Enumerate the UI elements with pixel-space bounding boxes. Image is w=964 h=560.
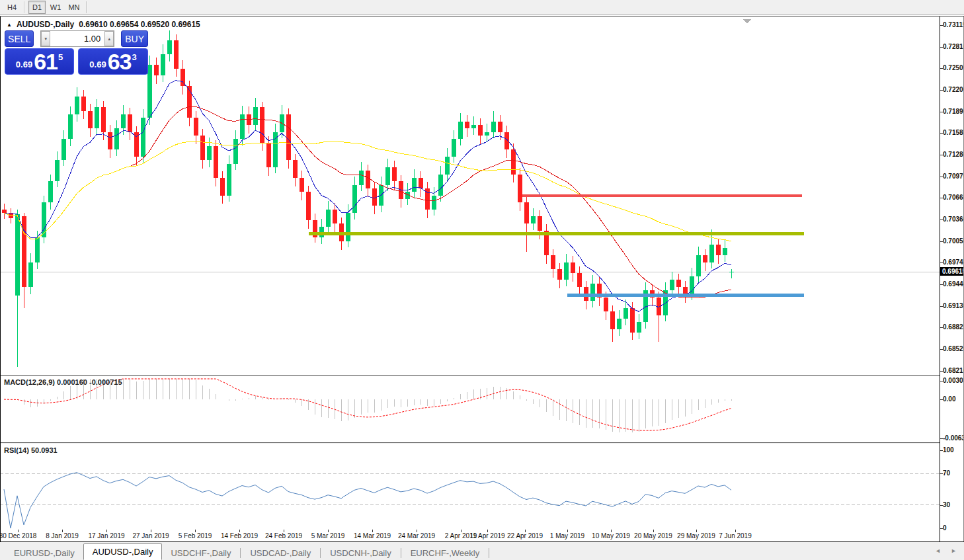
candle — [676, 280, 681, 287]
date-axis[interactable]: 30 Dec 20188 Jan 201917 Jan 201927 Jan 2… — [0, 530, 940, 541]
rsi-axis-label: 100 — [943, 446, 954, 454]
candle — [306, 192, 311, 220]
candle — [531, 216, 536, 223]
candle — [88, 111, 93, 129]
level-line-pivot-olive[interactable] — [309, 232, 804, 235]
candle — [630, 308, 635, 333]
candle — [690, 276, 694, 294]
candle — [55, 160, 60, 181]
tab-usdchf-daily[interactable]: USDCHF-,Daily — [162, 546, 239, 560]
level-line-resistance-red[interactable] — [522, 194, 802, 197]
macd-indicator-label: MACD(12,26,9) 0.000160 -0.000715 — [4, 378, 122, 386]
candle — [366, 171, 370, 188]
price-axis-label: 0.72810 — [943, 43, 964, 50]
price-axis-label: 0.69130 — [943, 302, 964, 309]
candle — [141, 118, 145, 157]
candle — [114, 128, 119, 149]
tab-separator — [320, 548, 321, 558]
price-axis[interactable]: 0.69615 0.731150.728100.725050.722000.71… — [940, 17, 964, 530]
candle — [465, 122, 469, 129]
ma-mid-line — [4, 106, 731, 298]
tab-usdcad-daily[interactable]: USDCAD-,Daily — [241, 546, 319, 560]
candle — [75, 97, 79, 114]
rsi-chart-canvas[interactable] — [0, 444, 940, 529]
tab-eurchf-weekly[interactable]: EURCHF-,Weekly — [402, 546, 489, 560]
volume-increase-icon[interactable]: ▲ — [104, 31, 114, 46]
buy-button[interactable]: BUY — [121, 30, 148, 47]
rsi-axis-label: 70 — [943, 469, 950, 477]
price-axis-label: 0.68520 — [943, 345, 964, 352]
candle — [95, 107, 99, 128]
timeframe-button-h4[interactable]: H4 — [3, 1, 20, 14]
price-axis-label: 0.70050 — [943, 237, 964, 245]
price-axis-label: 0.69440 — [943, 280, 964, 288]
sell-price-button[interactable]: 0.69 61 5 — [5, 48, 74, 75]
candle — [577, 273, 582, 287]
price-axis-label: 0.70360 — [943, 216, 964, 223]
macd-chart-canvas[interactable] — [0, 376, 940, 442]
buy-price-button[interactable]: 0.69 63 3 — [78, 48, 148, 75]
candle — [346, 213, 350, 241]
timeframe-button-w1[interactable]: W1 — [47, 1, 64, 14]
candle — [154, 65, 159, 75]
candle — [42, 202, 46, 237]
date-label: 29 May 2019 — [677, 532, 715, 540]
price-axis-label: 0.70665 — [943, 194, 964, 201]
candle — [504, 132, 509, 150]
chart-collapse-icon[interactable]: ▲ — [7, 22, 12, 28]
sell-price-prefix: 0.69 — [16, 60, 32, 69]
candle — [604, 298, 608, 311]
candle — [617, 319, 622, 329]
date-label: 5 Feb 2019 — [179, 532, 212, 540]
date-label: 7 Jun 2019 — [719, 532, 752, 540]
axis-divider — [940, 17, 940, 542]
candle — [300, 178, 304, 192]
buy-price-prefix: 0.69 — [89, 60, 106, 69]
candle — [419, 178, 423, 188]
candle — [28, 262, 33, 287]
candle — [174, 40, 179, 69]
symbol-name: AUDUSD-,Daily — [17, 20, 74, 29]
rsi-axis-label: 30 — [943, 501, 950, 508]
macd-axis-label: 0.003035 — [943, 377, 964, 384]
scroll-to-end-marker[interactable] — [743, 19, 751, 24]
window-border — [0, 17, 1, 542]
price-axis-label: 0.72200 — [943, 86, 964, 93]
price-axis-label: 0.73115 — [943, 21, 964, 28]
tab-eurusd-daily[interactable]: EURUSD-,Daily — [5, 546, 83, 560]
date-label: 20 May 2019 — [634, 532, 672, 540]
candle — [511, 149, 516, 174]
candle — [518, 175, 522, 203]
sell-button[interactable]: SELL — [5, 30, 34, 47]
candle — [392, 167, 397, 181]
tab-usdcnh-daily[interactable]: USDCNH-,Daily — [321, 546, 399, 560]
date-label: 17 Jan 2019 — [88, 532, 124, 540]
volume-decrease-icon[interactable]: ▼ — [41, 31, 50, 46]
level-line-support-blue[interactable] — [567, 294, 804, 297]
tab-scroll-right-icon[interactable]: ► — [951, 547, 957, 554]
rsi-indicator-label: RSI(14) 50.0931 — [4, 446, 58, 454]
price-axis-label: 0.71890 — [943, 108, 964, 115]
candle — [703, 255, 707, 262]
candle — [610, 311, 615, 329]
candle — [161, 54, 165, 75]
candle — [538, 216, 542, 230]
timeframe-button-mn[interactable]: MN — [65, 1, 83, 14]
tab-scroll-left-icon[interactable]: ◄ — [935, 547, 941, 554]
candle — [194, 118, 198, 136]
volume-input[interactable] — [50, 31, 104, 46]
tab-audusd-daily[interactable]: AUDUSD-,Daily — [83, 543, 163, 560]
candle — [233, 139, 238, 163]
candle — [478, 125, 483, 136]
price-axis-label: 0.69745 — [943, 259, 964, 266]
timeframe-button-d1[interactable]: D1 — [28, 1, 46, 14]
candle — [101, 107, 106, 132]
date-label: 14 Mar 2019 — [354, 532, 391, 540]
one-click-trading-panel: SELL ▼ ▲ BUY 0.69 61 5 0.69 63 3 — [5, 30, 148, 75]
date-label: 14 Feb 2019 — [221, 532, 258, 540]
candle — [683, 287, 688, 294]
toolbar-separator — [24, 1, 25, 13]
candle — [385, 167, 390, 185]
price-axis-label: 0.68825 — [943, 323, 964, 331]
price-axis-label: 0.68210 — [943, 367, 964, 374]
